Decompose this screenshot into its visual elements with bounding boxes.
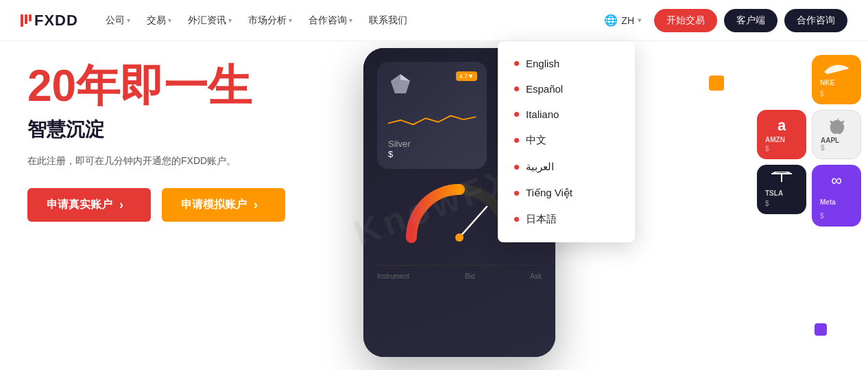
hero-title: 20年即一生 — [27, 62, 302, 110]
nav-links: 公司 ▾ 交易 ▾ 外汇资讯 ▾ 市场分析 ▾ 合作咨询 ▾ 联系我们 — [99, 10, 599, 31]
silver-chart-icon — [388, 110, 476, 130]
nav-item-news[interactable]: 外汇资讯 ▾ — [181, 10, 239, 31]
nav-chevron-company: ▾ — [127, 16, 130, 24]
partner-consult-button[interactable]: 合作咨询 — [784, 9, 847, 32]
svg-line-3 — [459, 207, 487, 238]
lang-bullet-vietnamese — [514, 191, 519, 196]
lang-option-japanese[interactable]: 日本語 — [498, 206, 635, 233]
lang-label-arabic: العربية — [526, 161, 554, 173]
logo-bar-1 — [21, 14, 23, 27]
globe-icon: 🌐 — [604, 14, 618, 27]
stock-cards-area: NKE $ a AMZN $ AAPL $ — [710, 41, 868, 370]
nav-actions: 🌐 ZH ▾ 开始交易 客户端 合作咨询 — [599, 9, 847, 32]
lang-chevron-icon: ▾ — [638, 16, 642, 25]
lang-option-italiano[interactable]: Italiano — [498, 102, 635, 127]
nav-label-analysis: 市场分析 — [248, 14, 287, 27]
logo-bars-icon — [21, 14, 32, 27]
client-portal-button[interactable]: 客户端 — [724, 9, 777, 32]
hero-section: 20年即一生 智慧沉淀 在此注册，即可在几分钟内开通您的FXDD账户。 申请真实… — [0, 41, 329, 370]
nke-ticker: NKE — [820, 79, 853, 86]
nav-item-trade[interactable]: 交易 ▾ — [140, 10, 178, 31]
nike-logo-icon — [824, 62, 849, 76]
lang-bullet-japanese — [514, 217, 519, 222]
nav-label-contact: 联系我们 — [369, 14, 407, 27]
apply-real-label: 申请真实账户 — [47, 198, 112, 212]
nav-chevron-analysis: ▾ — [289, 16, 292, 24]
nav-chevron-partner: ▾ — [349, 16, 352, 24]
logo[interactable]: FXDD — [21, 12, 78, 30]
stock-card-aapl: AAPL $ — [812, 110, 861, 159]
amzn-ticker: AMZN — [765, 136, 798, 143]
silver-badge: 4.7▼ — [456, 71, 477, 81]
lang-option-english[interactable]: English — [498, 51, 635, 76]
nke-currency: $ — [820, 90, 853, 97]
meta-ticker: Meta — [820, 198, 853, 206]
lang-label-italiano: Italiano — [526, 108, 559, 120]
amzn-currency: $ — [765, 145, 798, 152]
apply-real-account-button[interactable]: 申请真实账户 › — [27, 188, 151, 222]
lang-label-english: English — [526, 58, 559, 69]
nav-item-contact[interactable]: 联系我们 — [362, 10, 414, 31]
lang-bullet-chinese — [514, 138, 519, 143]
lang-code: ZH — [621, 15, 634, 26]
logo-bar-2 — [25, 14, 27, 24]
nav-chevron-news: ▾ — [228, 16, 232, 24]
aapl-currency: $ — [821, 144, 852, 152]
lang-bullet-espanol — [514, 86, 519, 91]
nav-label-news: 外汇资讯 — [188, 14, 226, 27]
apple-logo-icon — [826, 117, 847, 137]
aapl-ticker: AAPL — [821, 137, 852, 144]
silver-gemstone-icon — [388, 71, 413, 96]
lang-label-chinese: 中文 — [526, 134, 546, 147]
lang-label-vietnamese: Tiếng Việt — [526, 187, 572, 199]
navbar: FXDD 公司 ▾ 交易 ▾ 外汇资讯 ▾ 市场分析 ▾ 合作咨询 ▾ 联系我们… — [0, 0, 868, 41]
stock-card-tsla: TSLA $ — [757, 165, 806, 214]
start-trading-button[interactable]: 开始交易 — [654, 9, 717, 32]
tesla-logo-icon — [770, 172, 793, 184]
lang-label-japanese: 日本語 — [526, 213, 557, 226]
lang-option-vietnamese[interactable]: Tiếng Việt — [498, 180, 635, 206]
bid-label: Bid — [465, 273, 474, 280]
logo-text: FXDD — [34, 12, 78, 30]
svg-point-4 — [455, 233, 463, 242]
nav-label-trade: 交易 — [147, 14, 166, 27]
apply-demo-arrow-icon: › — [254, 198, 258, 212]
tsla-ticker: TSLA — [765, 189, 798, 197]
language-selector[interactable]: 🌐 ZH ▾ — [599, 11, 647, 30]
lang-bullet-arabic — [514, 165, 519, 170]
lang-bullet-italiano — [514, 112, 519, 117]
nav-label-partner: 合作咨询 — [309, 14, 347, 27]
stock-card-nke: NKE $ — [812, 55, 861, 104]
instrument-label: Instrument — [377, 273, 409, 280]
instrument-row: Instrument Bid Ask — [377, 265, 542, 280]
language-dropdown: English Español Italiano 中文 العربية Tiến… — [498, 41, 635, 242]
tsla-currency: $ — [765, 200, 798, 207]
lang-bullet-english — [514, 61, 519, 66]
apply-demo-label: 申请模拟账户 — [181, 198, 247, 212]
stock-card-meta: ∞ Meta $ — [812, 165, 861, 227]
hero-subtitle: 智慧沉淀 — [27, 117, 302, 143]
nav-item-analysis[interactable]: 市场分析 ▾ — [241, 10, 299, 31]
lang-label-espanol: Español — [526, 83, 563, 95]
apply-real-arrow-icon: › — [119, 198, 123, 212]
nav-item-partner[interactable]: 合作咨询 ▾ — [302, 10, 359, 31]
nav-label-company: 公司 — [106, 14, 125, 27]
silver-card: Silver $ 4.7▼ — [377, 62, 487, 169]
hero-description: 在此注册，即可在几分钟内开通您的FXDD账户。 — [27, 155, 302, 167]
stock-card-amzn: a AMZN $ — [757, 110, 806, 159]
cta-buttons: 申请真实账户 › 申请模拟账户 › — [27, 188, 302, 222]
apply-demo-account-button[interactable]: 申请模拟账户 › — [162, 188, 285, 222]
silver-price: $ — [388, 149, 476, 159]
nav-chevron-trade: ▾ — [168, 16, 171, 24]
ask-label: Ask — [530, 273, 542, 280]
lang-option-arabic[interactable]: العربية — [498, 154, 635, 180]
logo-bar-3 — [29, 14, 32, 21]
lang-option-chinese[interactable]: 中文 — [498, 127, 635, 154]
lang-option-espanol[interactable]: Español — [498, 76, 635, 102]
silver-label: Silver — [388, 139, 476, 149]
nav-item-company[interactable]: 公司 ▾ — [99, 10, 137, 31]
meta-currency: $ — [820, 212, 853, 220]
main-content: 20年即一生 智慧沉淀 在此注册，即可在几分钟内开通您的FXDD账户。 申请真实… — [0, 41, 868, 370]
